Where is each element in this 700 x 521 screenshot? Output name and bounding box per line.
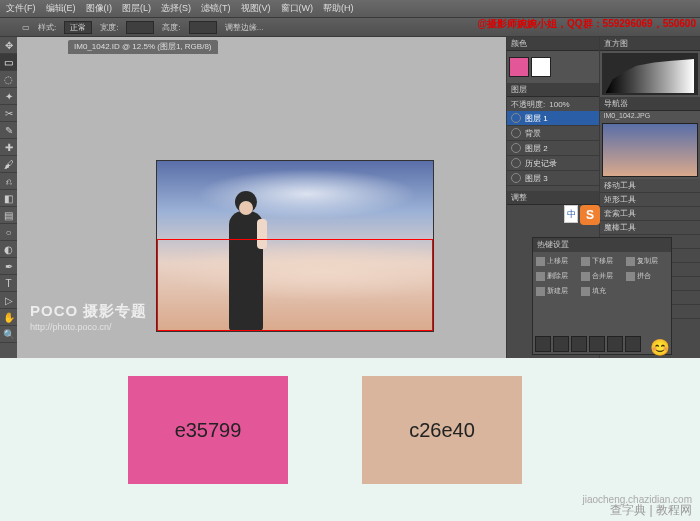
menu-filter[interactable]: 滤镜(T) — [201, 2, 231, 15]
opacity-label: 不透明度: — [511, 99, 545, 110]
wand-tool[interactable]: ✦ — [0, 88, 17, 105]
marquee-selection[interactable] — [157, 239, 433, 331]
visibility-icon[interactable] — [511, 128, 521, 138]
panel-button[interactable] — [607, 336, 623, 352]
foreground-color[interactable] — [509, 57, 529, 77]
opt-refine-button[interactable]: 调整边缘... — [225, 22, 264, 33]
poco-logo: POCO 摄影专题 — [30, 302, 147, 321]
floating-panel-title: 热键设置 — [533, 238, 671, 252]
menu-help[interactable]: 帮助(H) — [323, 2, 354, 15]
panel-button[interactable] — [625, 336, 641, 352]
marquee-icon: ▭ — [22, 23, 30, 32]
zoom-tool[interactable]: 🔍 — [0, 326, 17, 343]
list-item[interactable]: 矩形工具 — [600, 193, 700, 207]
hand-tool[interactable]: ✋ — [0, 309, 17, 326]
panel-button[interactable] — [571, 336, 587, 352]
color-panel — [507, 51, 599, 83]
visibility-icon[interactable] — [511, 158, 521, 168]
floating-panel-body: 上移层 下移层 复制层 删除层 合并层 拼合 新建层 填充 — [533, 252, 671, 300]
layer-name: 历史记录 — [525, 158, 557, 169]
list-item[interactable]: 上移层 — [536, 255, 578, 267]
visibility-icon[interactable] — [511, 173, 521, 183]
layers-list: 图层 1 背景 图层 2 历史记录 图层 3 — [507, 111, 599, 191]
watermark-text: 查字典 | 教程网 — [610, 502, 692, 519]
list-item[interactable]: 填充 — [581, 285, 623, 297]
visibility-icon[interactable] — [511, 113, 521, 123]
navigator-preview[interactable] — [602, 123, 698, 177]
brush-tool[interactable]: 🖌 — [0, 156, 17, 173]
color-panel-tab[interactable]: 颜色 — [507, 37, 599, 51]
sogou-ime-icon[interactable]: S — [580, 205, 600, 225]
menu-image[interactable]: 图像(I) — [86, 2, 113, 15]
layer-name: 背景 — [525, 128, 541, 139]
background-color[interactable] — [531, 57, 551, 77]
layer-name: 图层 2 — [525, 143, 548, 154]
gradient-tool[interactable]: ▤ — [0, 207, 17, 224]
blur-tool[interactable]: ○ — [0, 224, 17, 241]
list-item[interactable]: 复制层 — [626, 255, 668, 267]
menu-bar: 文件(F) 编辑(E) 图像(I) 图层(L) 选择(S) 滤镜(T) 视图(V… — [0, 0, 700, 17]
histogram — [602, 53, 698, 95]
heal-tool[interactable]: ✚ — [0, 139, 17, 156]
eraser-tool[interactable]: ◧ — [0, 190, 17, 207]
list-item[interactable]: 合并层 — [581, 270, 623, 282]
list-item[interactable]: 套索工具 — [600, 207, 700, 221]
menu-view[interactable]: 视图(V) — [241, 2, 271, 15]
poco-url: http://photo.poco.cn/ — [30, 322, 112, 332]
emoji-icon: 😊 — [650, 338, 670, 357]
photoshop-window: 文件(F) 编辑(E) 图像(I) 图层(L) 选择(S) 滤镜(T) 视图(V… — [0, 0, 700, 358]
histogram-tab[interactable]: 直方图 — [600, 37, 700, 51]
list-item[interactable]: 移动工具 — [600, 179, 700, 193]
menu-select[interactable]: 选择(S) — [161, 2, 191, 15]
panel-button[interactable] — [535, 336, 551, 352]
floating-panel-buttons — [535, 336, 669, 352]
visibility-icon[interactable] — [511, 143, 521, 153]
move-tool[interactable]: ✥ — [0, 37, 17, 54]
document-image[interactable] — [156, 160, 434, 332]
list-item[interactable]: 魔棒工具 — [600, 221, 700, 235]
opt-style-select[interactable]: 正常 — [64, 21, 92, 34]
marquee-tool[interactable]: ▭ — [0, 54, 17, 71]
list-item[interactable]: 下移层 — [581, 255, 623, 267]
list-item[interactable]: 新建层 — [536, 285, 578, 297]
adjustments-tab[interactable]: 调整 — [507, 191, 599, 205]
menu-file[interactable]: 文件(F) — [6, 2, 36, 15]
layer-row[interactable]: 图层 1 — [507, 111, 599, 126]
opt-height-input[interactable] — [189, 21, 217, 34]
panel-button[interactable] — [553, 336, 569, 352]
swatch-hex-label: e35799 — [175, 419, 242, 442]
navigator-tab[interactable]: 导航器 — [600, 97, 700, 111]
opt-style-label: 样式: — [38, 22, 56, 33]
menu-window[interactable]: 窗口(W) — [281, 2, 314, 15]
author-credit: @摄影师婉婉小姐，QQ群：559296069，550600 — [477, 17, 696, 31]
stamp-tool[interactable]: ⎌ — [0, 173, 17, 190]
opacity-value[interactable]: 100% — [549, 100, 569, 109]
layer-row[interactable]: 背景 — [507, 126, 599, 141]
color-swatch-pink: e35799 — [128, 376, 288, 484]
layer-row[interactable]: 历史记录 — [507, 156, 599, 171]
layer-opacity-row: 不透明度: 100% — [507, 97, 599, 111]
dodge-tool[interactable]: ◐ — [0, 241, 17, 258]
panel-button[interactable] — [589, 336, 605, 352]
eyedropper-tool[interactable]: ✎ — [0, 122, 17, 139]
list-item[interactable]: 删除层 — [536, 270, 578, 282]
toolbox: ✥ ▭ ◌ ✦ ✂ ✎ ✚ 🖌 ⎌ ◧ ▤ ○ ◐ ✒ T ▷ ✋ 🔍 — [0, 37, 17, 358]
menu-edit[interactable]: 编辑(E) — [46, 2, 76, 15]
document-tab[interactable]: IM0_1042.ID @ 12.5% (图层1, RGB/8) — [68, 40, 218, 54]
pen-tool[interactable]: ✒ — [0, 258, 17, 275]
path-tool[interactable]: ▷ — [0, 292, 17, 309]
layer-name: 图层 3 — [525, 173, 548, 184]
opt-height-label: 高度: — [162, 22, 180, 33]
menu-layer[interactable]: 图层(L) — [122, 2, 151, 15]
crop-tool[interactable]: ✂ — [0, 105, 17, 122]
layer-row[interactable]: 图层 3 — [507, 171, 599, 186]
text-tool[interactable]: T — [0, 275, 17, 292]
navigator-filename: IM0_1042.JPG — [600, 111, 700, 121]
opt-width-label: 宽度: — [100, 22, 118, 33]
layers-panel-tab[interactable]: 图层 — [507, 83, 599, 97]
lasso-tool[interactable]: ◌ — [0, 71, 17, 88]
list-item[interactable]: 拼合 — [626, 270, 668, 282]
layer-row[interactable]: 图层 2 — [507, 141, 599, 156]
opt-width-input[interactable] — [126, 21, 154, 34]
ime-zh-indicator[interactable]: 中 — [564, 205, 578, 223]
